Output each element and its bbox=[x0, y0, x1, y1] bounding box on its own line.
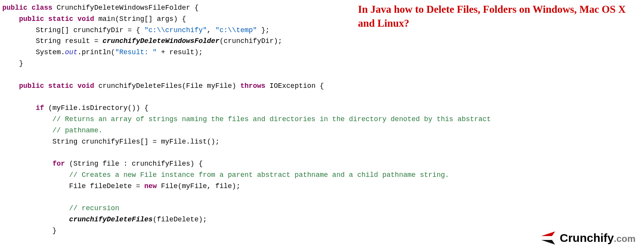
crunchify-icon bbox=[540, 231, 557, 245]
code-line: File(myFile, file); bbox=[157, 182, 240, 190]
class-name: CrunchifyDeleteWindowsFileFolder bbox=[56, 4, 190, 12]
keyword: public bbox=[19, 15, 44, 23]
article-title: In Java how to Delete Files, Folders on … bbox=[358, 2, 636, 31]
keyword: public bbox=[2, 4, 27, 12]
method-call: crunchifyDeleteFiles bbox=[69, 216, 153, 223]
keyword: throws bbox=[240, 82, 266, 90]
keyword: static bbox=[48, 15, 73, 23]
code-line: String[] crunchifyDir = { bbox=[2, 26, 144, 34]
code-line: .println( bbox=[77, 48, 115, 56]
keyword: void bbox=[77, 82, 94, 90]
code-line: }; bbox=[257, 26, 269, 34]
code-line: (crunchifyDir); bbox=[220, 37, 282, 45]
comment: // pathname. bbox=[2, 127, 102, 134]
code-line: (String file : crunchifyFiles) { bbox=[65, 160, 203, 168]
keyword: for bbox=[53, 160, 65, 168]
keyword: if bbox=[36, 104, 44, 112]
brace: { bbox=[190, 4, 199, 12]
brand-logo: Crunchify.com bbox=[540, 231, 635, 245]
code-line: + result); bbox=[157, 48, 203, 56]
code-line: (fileDelete); bbox=[153, 216, 207, 223]
keyword: class bbox=[32, 4, 53, 12]
string: "c:\\temp" bbox=[215, 26, 257, 34]
string: "Result: " bbox=[115, 48, 157, 56]
code-line: (myFile.isDirectory()) { bbox=[44, 104, 148, 112]
comment: // Returns an array of strings naming th… bbox=[2, 115, 491, 123]
brace: } bbox=[2, 227, 56, 235]
code-line: String result = bbox=[2, 37, 102, 45]
brand-suffix: .com bbox=[614, 233, 635, 244]
code-line: File fileDelete = bbox=[2, 182, 144, 190]
brace: } bbox=[2, 60, 23, 67]
code-line: IOException { bbox=[266, 82, 324, 90]
brand-name: Crunchify.com bbox=[560, 231, 635, 245]
method-sig: main(String[] args) { bbox=[94, 15, 186, 23]
string: "c:\\crunchify" bbox=[144, 26, 207, 34]
code-line: System. bbox=[2, 48, 65, 56]
static-field: out bbox=[65, 48, 77, 56]
keyword: new bbox=[144, 182, 157, 190]
comment: // Creates a new File instance from a pa… bbox=[2, 171, 449, 179]
brand-word: Crunchify bbox=[560, 231, 614, 244]
comma: , bbox=[207, 26, 215, 34]
code-line: String crunchifyFiles[] = myFile.list(); bbox=[2, 138, 220, 146]
comment: // recursion bbox=[2, 204, 119, 212]
keyword: static bbox=[48, 82, 73, 90]
keyword: public bbox=[19, 82, 44, 90]
code-block: public class CrunchifyDeleteWindowsFileF… bbox=[0, 0, 644, 236]
code-line bbox=[2, 216, 69, 223]
method-sig: crunchifyDeleteFiles(File myFile) bbox=[94, 82, 240, 90]
keyword: void bbox=[77, 15, 94, 23]
method-call: crunchifyDeleteWindowsFolder bbox=[102, 37, 219, 45]
